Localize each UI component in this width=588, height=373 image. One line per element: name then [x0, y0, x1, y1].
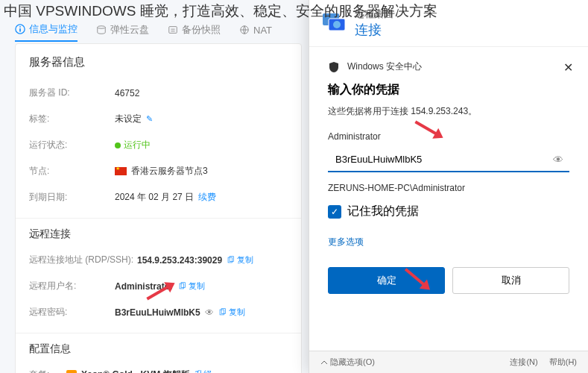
remote-conn-title: 远程连接: [29, 228, 288, 241]
svg-rect-1: [19, 28, 21, 31]
value-expire: 2024 年 02 月 27 日: [115, 191, 194, 204]
row-status: 运行状态: 运行中: [29, 132, 288, 158]
remember-row[interactable]: ✓ 记住我的凭据: [328, 204, 569, 219]
tab-nat[interactable]: NAT: [239, 20, 272, 40]
value-tag: 未设定: [115, 113, 142, 125]
row-remote-pass: 远程密码: B3rEuuLHuiwMlbK5 👁 复制: [29, 299, 288, 325]
tab-label: NAT: [253, 25, 272, 36]
svg-point-14: [333, 21, 341, 28]
label-remote-addr: 远程连接地址 (RDP/SSH):: [29, 254, 137, 266]
value-plan: Xeon® Gold - KVM 旗舰版: [81, 369, 190, 373]
label-remote-user: 远程用户名:: [29, 280, 115, 292]
value-remote-pass: B3rEuuLHuiwMlbK5: [115, 307, 200, 318]
renew-link[interactable]: 续费: [198, 191, 216, 204]
close-button[interactable]: ✕: [563, 60, 573, 75]
edit-tag-icon[interactable]: ✎: [146, 114, 153, 124]
security-center-label: Windows 安全中心: [347, 60, 422, 73]
row-remote-addr: 远程连接地址 (RDP/SSH): 154.9.253.243:39029 复制: [29, 247, 288, 273]
label-status: 运行状态:: [29, 139, 115, 151]
row-server-id: 服务器 ID: 46752: [29, 80, 288, 106]
help-button[interactable]: 帮助(H): [549, 357, 577, 368]
status-dot-icon: [115, 142, 121, 148]
nat-icon: [239, 25, 250, 35]
connect-button[interactable]: 连接(N): [510, 357, 537, 368]
rdp-bottom-bar: 隐藏选项(O) 连接(N) 帮助(H): [309, 351, 588, 373]
ok-button[interactable]: 确定: [328, 267, 445, 294]
hide-options-button[interactable]: 隐藏选项(O): [320, 357, 375, 368]
toggle-visibility-icon[interactable]: 👁: [205, 307, 214, 318]
username-label: Administrator: [328, 131, 569, 142]
cred-title: 输入你的凭据: [328, 82, 569, 98]
label-plan: 套餐:: [29, 369, 66, 373]
tab-backup[interactable]: 备份快照: [168, 19, 221, 41]
chip-icon: [66, 370, 77, 374]
password-input[interactable]: [328, 148, 569, 172]
server-info-panel: 服务器信息 服务器 ID: 46752 标签: 未设定 ✎ 运行状态: 运行中 …: [15, 43, 302, 373]
value-status: 运行中: [124, 139, 151, 151]
config-info-title: 配置信息: [29, 342, 288, 356]
copy-icon: [227, 256, 235, 264]
flag-icon: [115, 167, 127, 175]
more-options-link[interactable]: 更多选项: [328, 236, 364, 248]
label-server-id: 服务器 ID:: [29, 87, 115, 99]
row-expire: 到期日期: 2024 年 02 月 27 日 续费: [29, 184, 288, 210]
copy-user-button[interactable]: 复制: [178, 280, 205, 292]
label-tag: 标签:: [29, 113, 115, 125]
tab-elastic-disk[interactable]: 弹性云盘: [96, 19, 149, 41]
row-node: 节点: 香港云服务器节点3: [29, 158, 288, 184]
value-remote-user: Administrator: [115, 281, 174, 292]
disk-icon: [96, 25, 107, 35]
copy-label: 复制: [189, 280, 205, 292]
label-node: 节点:: [29, 165, 115, 178]
credentials-dialog: Windows 安全中心 ✕ 输入你的凭据 这些凭据将用于连接 154.9.25…: [309, 47, 588, 307]
reveal-password-icon[interactable]: 👁: [553, 154, 563, 166]
tabs-row: 信息与监控 弹性云盘 备份快照 NAT: [15, 18, 272, 42]
copy-icon: [218, 308, 227, 316]
row-remote-user: 远程用户名: Administrator 复制: [29, 273, 288, 299]
svg-point-2: [19, 26, 21, 28]
remember-label: 记住我的凭据: [347, 204, 419, 219]
copy-label: 复制: [229, 307, 245, 318]
copy-label: 复制: [237, 254, 253, 266]
server-info-title: 服务器信息: [29, 55, 288, 69]
svg-rect-4: [169, 27, 177, 34]
value-node: 香港云服务器节点3: [131, 165, 208, 178]
cred-desc: 这些凭据将用于连接 154.9.253.243。: [328, 105, 569, 118]
row-plan: 套餐: Xeon® Gold - KVM 旗舰版 升级: [29, 362, 288, 373]
label-expire: 到期日期:: [29, 191, 115, 204]
domain-user: ZERUNS-HOME-PC\Administrator: [328, 183, 569, 193]
row-tag: 标签: 未设定 ✎: [29, 106, 288, 132]
info-icon: [15, 24, 25, 34]
shield-icon: [328, 61, 340, 73]
upgrade-link[interactable]: 升级: [195, 369, 212, 373]
svg-point-3: [98, 26, 106, 29]
divider: [16, 218, 301, 219]
backup-icon: [168, 25, 178, 35]
tab-info-monitor[interactable]: 信息与监控: [15, 18, 78, 42]
chevron-up-icon: [320, 359, 328, 366]
value-server-id: 46752: [115, 88, 139, 98]
copy-pass-button[interactable]: 复制: [218, 307, 245, 318]
rdp-title-2: 连接: [355, 21, 393, 39]
tab-label: 备份快照: [182, 23, 221, 37]
page-title: 中国 VPSWINDOWS 睡觉，打造高效、稳定、安全的服务器解决方案: [4, 1, 437, 21]
remember-checkbox[interactable]: ✓: [328, 205, 341, 219]
cancel-button[interactable]: 取消: [452, 267, 569, 294]
rdp-dialog: 远程桌面 连接 Windows 安全中心 ✕ 输入你的凭据 这些凭据将用于连接 …: [309, 0, 588, 373]
label-remote-pass: 远程密码:: [29, 306, 115, 319]
value-remote-addr: 154.9.253.243:39029: [137, 255, 222, 266]
copy-icon: [178, 282, 186, 290]
divider: [16, 333, 301, 333]
tab-label: 信息与监控: [29, 22, 78, 36]
copy-addr-button[interactable]: 复制: [227, 254, 253, 266]
tab-label: 弹性云盘: [110, 23, 149, 37]
